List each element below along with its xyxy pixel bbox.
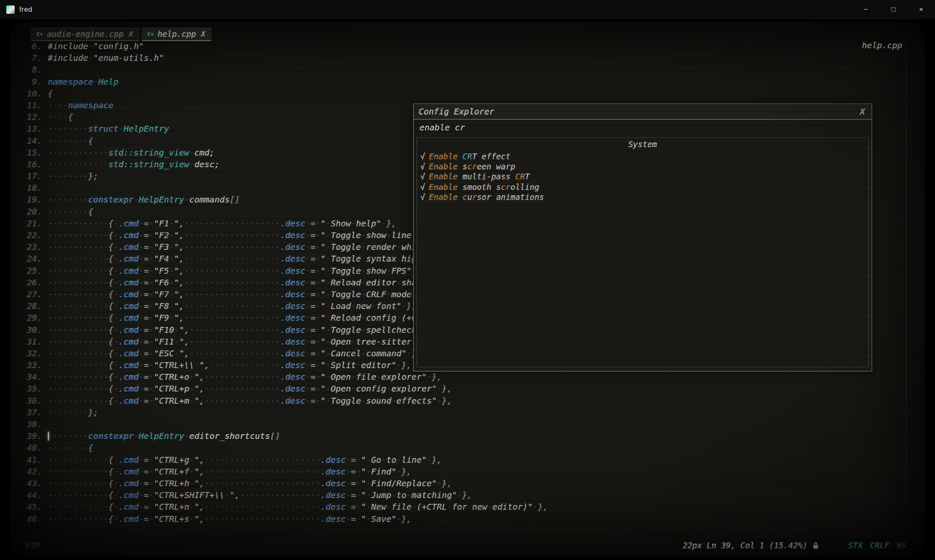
- whitespace-dots: ·: [386, 502, 391, 512]
- code-token: .desc: [280, 289, 305, 299]
- code-line-37[interactable]: 37.········};: [16, 407, 925, 418]
- code-line-6[interactable]: 6.#include·"config.h": [16, 40, 925, 52]
- whitespace-dots: ·: [366, 467, 371, 477]
- code-token: ": [320, 230, 326, 240]
- popup-close-button[interactable]: X: [860, 106, 865, 117]
- whitespace-dots: ·: [356, 502, 361, 512]
- option-label-segment: CR: [463, 152, 472, 161]
- code-token: "CTRL+m: [154, 396, 189, 406]
- whitespace-dots: ·: [406, 348, 412, 358]
- option-label-segment: CR: [515, 172, 525, 181]
- whitespace-dots: ·: [412, 502, 417, 512]
- config-search-input[interactable]: [419, 122, 867, 133]
- tab-close-icon[interactable]: X: [201, 30, 205, 38]
- code-token: Load: [331, 301, 351, 311]
- checkbox-checked-icon: √: [420, 192, 425, 202]
- line-content: ········{: [48, 206, 93, 218]
- whitespace-dots: ·: [184, 431, 189, 441]
- close-button[interactable]: ×: [907, 0, 935, 19]
- popup-title: Config Explorer: [419, 106, 495, 117]
- code-line-38[interactable]: 38.: [16, 418, 925, 430]
- code-line-39[interactable]: 39.········constexpr·HelpEntry·editor_sh…: [16, 430, 925, 442]
- whitespace-dots: ·: [189, 455, 194, 465]
- line-number: 8.: [16, 64, 42, 75]
- code-line-35[interactable]: 35.············{·.cmd·=·"CTRL+p·",······…: [16, 383, 925, 394]
- line-content: ············{·.cmd·=·"F6·",·············…: [48, 277, 457, 288]
- code-token: =: [310, 313, 315, 323]
- code-line-43[interactable]: 43.············{·.cmd·=·"CTRL+h·",······…: [16, 477, 925, 489]
- line-content: ············{·.cmd·=·"F1·",·············…: [48, 218, 396, 229]
- code-line-41[interactable]: 41.············{·.cmd·=·"CTRL+g·",······…: [16, 454, 925, 466]
- line-number: 12.: [16, 111, 42, 123]
- config-option[interactable]: √Enable multi-pass CRT: [417, 171, 868, 181]
- code-token: ",: [174, 254, 184, 264]
- code-line-46[interactable]: 46.············{·.cmd·=·"CTRL+s·",······…: [16, 513, 925, 525]
- code-line-34[interactable]: 34.············{·.cmd·=·"CTRL+o·",······…: [16, 371, 925, 383]
- code-token: .desc: [280, 218, 305, 228]
- code-token: show: [366, 230, 386, 240]
- code-token: ": [320, 360, 326, 370]
- code-token: ": [361, 502, 366, 512]
- minimize-button[interactable]: −: [852, 0, 880, 19]
- code-line-7[interactable]: 7.#include·"enum-utils.h": [16, 52, 925, 64]
- line-content: ············{·.cmd·=·"F8·",·············…: [48, 300, 417, 312]
- code-line-45[interactable]: 45.············{·.cmd·=·"CTRL+n·",······…: [16, 501, 925, 513]
- line-number: 6.: [16, 40, 42, 52]
- whitespace-dots: ·: [139, 348, 144, 358]
- code-token: .cmd: [119, 384, 139, 394]
- code-line-44[interactable]: 44.············{·.cmd·=·"CTRL+SHIFT+\\·"…: [16, 489, 925, 501]
- code-line-40[interactable]: 40.········{: [16, 442, 925, 454]
- line-number: 17.: [16, 170, 42, 182]
- code-token: editor: [366, 277, 396, 288]
- window-title: fred: [19, 5, 32, 14]
- code-line-36[interactable]: 36.············{·.cmd·=·"CTRL+m·",······…: [16, 395, 925, 407]
- whitespace-dots: ·······················: [204, 514, 320, 524]
- whitespace-dots: ·: [376, 372, 381, 382]
- code-token: Save": [371, 514, 396, 524]
- whitespace-dots: ·: [149, 372, 154, 382]
- code-token: ",: [174, 289, 184, 299]
- whitespace-dots: ·: [315, 277, 320, 288]
- line-number: 7.: [16, 52, 42, 64]
- code-token: .desc: [320, 455, 346, 465]
- line-content: ············{·.cmd·=·"CTRL+s·",·········…: [48, 513, 412, 525]
- config-option[interactable]: √Enable smooth scrolling: [417, 182, 868, 192]
- config-option[interactable]: √Enable CRT effect: [417, 151, 868, 161]
- code-token: {: [109, 360, 114, 370]
- config-option[interactable]: √Enable screen warp: [417, 161, 868, 171]
- config-option[interactable]: √Enable cursor animations: [417, 192, 868, 202]
- code-token: .cmd: [119, 360, 139, 370]
- code-token: ",: [194, 384, 204, 394]
- tab-audio-engine.cpp[interactable]: C+audio-engine.cppX: [31, 28, 139, 41]
- code-line-8[interactable]: 8.: [16, 64, 925, 75]
- code-token: ",: [230, 490, 240, 500]
- whitespace-dots: ·: [305, 242, 310, 252]
- line-number: 27.: [16, 288, 42, 300]
- code-line-9[interactable]: 9.namespace·Help: [16, 76, 925, 88]
- scrollbar-track[interactable]: [906, 41, 906, 502]
- code-token: Open: [331, 384, 351, 394]
- whitespace-dots: ·: [194, 360, 199, 370]
- code-token: =: [310, 218, 315, 228]
- code-line-10[interactable]: 10.{: [16, 88, 925, 99]
- whitespace-dots: ·: [139, 337, 144, 347]
- code-line-42[interactable]: 42.············{·.cmd·=·"CTRL+f·",······…: [16, 466, 925, 477]
- whitespace-dots: ·: [189, 148, 194, 158]
- code-token: config: [356, 384, 386, 394]
- code-token: ": [361, 455, 366, 465]
- code-token: .cmd: [119, 301, 139, 311]
- tab-help.cpp[interactable]: C+help.cppX: [142, 28, 211, 41]
- tab-close-icon[interactable]: X: [129, 30, 133, 38]
- code-token: HelpEntry: [139, 194, 184, 205]
- code-token: (+CTRL: [417, 502, 447, 512]
- code-token: =: [144, 490, 149, 500]
- maximize-button[interactable]: □: [880, 0, 907, 19]
- code-token: ",: [174, 301, 184, 311]
- whitespace-dots: ·: [457, 490, 462, 500]
- code-token: {: [109, 289, 114, 299]
- code-token: ": [320, 396, 326, 406]
- whitespace-dots: ·: [93, 77, 98, 87]
- code-token: =: [144, 301, 149, 311]
- code-token: =: [310, 396, 315, 406]
- whitespace-dots: ············: [48, 254, 109, 264]
